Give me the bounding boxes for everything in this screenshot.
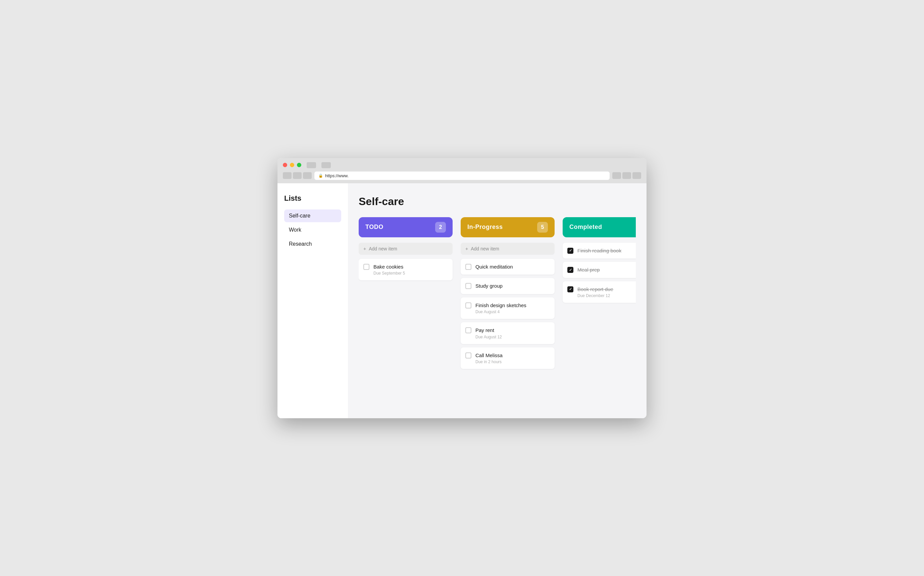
- lock-icon: 🔒: [318, 174, 323, 178]
- column-todo: TODO 2 + Add new item Bake cookies Due S…: [359, 217, 453, 373]
- column-header-inprogress: In-Progress 5: [461, 217, 555, 237]
- task-content-pay-rent: Pay rent Due August 12: [476, 327, 550, 339]
- address-bar-row: 🔒 https://www.: [283, 171, 641, 183]
- plus-icon-inprogress: +: [465, 246, 468, 251]
- task-content-finish-design: Finish design sketches Due August 4: [476, 302, 550, 315]
- task-name-meal-prep: Meal prep: [578, 267, 636, 273]
- back-button[interactable]: [283, 172, 292, 179]
- window-button-1[interactable]: [306, 162, 316, 168]
- close-button[interactable]: [283, 163, 287, 167]
- task-content-finish-reading: Finish reading book: [578, 247, 636, 254]
- task-item-meal-prep: Meal prep: [563, 262, 636, 278]
- task-due-bake-cookies: Due September 5: [373, 271, 448, 275]
- task-content-meal-prep: Meal prep: [578, 267, 636, 273]
- task-item-bake-cookies: Bake cookies Due September 5: [359, 259, 453, 281]
- plus-icon-todo: +: [363, 246, 366, 251]
- task-item-finish-design: Finish design sketches Due August 4: [461, 298, 555, 319]
- sidebar: Lists Self-care Work Research: [278, 183, 348, 418]
- column-count-todo: 2: [435, 222, 446, 233]
- checkbox-pay-rent[interactable]: [465, 327, 471, 333]
- checkbox-quick-meditation[interactable]: [465, 264, 471, 270]
- task-name-pay-rent: Pay rent: [476, 327, 550, 334]
- task-content-book-report: Book report due Due December 12: [578, 286, 636, 298]
- sidebar-item-work[interactable]: Work: [284, 224, 341, 236]
- task-name-finish-design: Finish design sketches: [476, 302, 550, 309]
- add-item-label-inprogress: Add new item: [471, 246, 499, 251]
- add-item-inprogress[interactable]: + Add new item: [461, 243, 555, 255]
- task-content-study-group: Study group: [476, 283, 550, 290]
- column-count-inprogress: 5: [537, 222, 548, 233]
- column-header-todo: TODO 2: [359, 217, 453, 237]
- column-title-inprogress: In-Progress: [468, 224, 503, 230]
- column-inprogress: In-Progress 5 + Add new item Quick medit…: [461, 217, 555, 373]
- task-item-finish-reading: Finish reading book: [563, 243, 636, 259]
- address-bar[interactable]: 🔒 https://www.: [314, 171, 610, 180]
- toolbar-btn-3[interactable]: [632, 172, 641, 179]
- column-title-todo: TODO: [365, 224, 383, 230]
- add-item-label-todo: Add new item: [369, 246, 397, 251]
- task-name-finish-reading: Finish reading book: [578, 247, 636, 254]
- url-text: https://www.: [325, 173, 349, 178]
- task-content-bake-cookies: Bake cookies Due September 5: [373, 264, 448, 276]
- task-content-quick-meditation: Quick meditation: [476, 264, 550, 270]
- maximize-button[interactable]: [297, 163, 301, 167]
- checkbox-bake-cookies[interactable]: [363, 264, 369, 270]
- sidebar-item-self-care[interactable]: Self-care: [284, 210, 341, 222]
- task-item-quick-meditation: Quick meditation: [461, 259, 555, 275]
- task-content-call-melissa: Call Melissa Due in 2 hours: [476, 352, 550, 365]
- toolbar-buttons: [612, 172, 641, 179]
- task-item-pay-rent: Pay rent Due August 12: [461, 322, 555, 344]
- column-title-completed: Completed: [570, 224, 602, 230]
- task-item-study-group: Study group: [461, 278, 555, 294]
- task-due-finish-design: Due August 4: [476, 309, 550, 314]
- task-name-quick-meditation: Quick meditation: [476, 264, 550, 270]
- checkbox-study-group[interactable]: [465, 283, 471, 289]
- toolbar-btn-1[interactable]: [612, 172, 621, 179]
- task-item-call-melissa: Call Melissa Due in 2 hours: [461, 347, 555, 369]
- checkbox-finish-reading[interactable]: [567, 248, 573, 254]
- add-item-todo[interactable]: + Add new item: [359, 243, 453, 255]
- task-name-call-melissa: Call Melissa: [476, 352, 550, 359]
- sidebar-item-research[interactable]: Research: [284, 238, 341, 250]
- task-due-call-melissa: Due in 2 hours: [476, 360, 550, 364]
- browser-controls: [283, 162, 641, 168]
- minimize-button[interactable]: [290, 163, 294, 167]
- main-area: Self-care TODO 2 + Add new item: [348, 183, 646, 418]
- app-content: Lists Self-care Work Research Self-care …: [278, 183, 646, 418]
- checkbox-finish-design[interactable]: [465, 302, 471, 309]
- task-name-bake-cookies: Bake cookies: [373, 264, 448, 270]
- page-title: Self-care: [359, 195, 636, 208]
- task-name-book-report: Book report due: [578, 286, 636, 293]
- task-item-book-report: Book report due Due December 12: [563, 281, 636, 303]
- column-completed: Completed 2 Finish reading book Meal pre…: [563, 217, 636, 373]
- forward-button[interactable]: [293, 172, 302, 179]
- checkbox-meal-prep[interactable]: [567, 267, 573, 273]
- nav-buttons: [283, 172, 312, 179]
- task-name-study-group: Study group: [476, 283, 550, 290]
- window-button-2[interactable]: [321, 162, 331, 168]
- task-due-book-report: Due December 12: [578, 293, 636, 298]
- kanban-board: TODO 2 + Add new item Bake cookies Due S…: [359, 217, 636, 378]
- checkbox-book-report[interactable]: [567, 286, 573, 292]
- task-due-pay-rent: Due August 12: [476, 334, 550, 339]
- sidebar-title: Lists: [284, 194, 341, 203]
- browser-window: 🔒 https://www. Lists Self-care Work Rese…: [278, 158, 646, 418]
- checkbox-call-melissa[interactable]: [465, 352, 471, 358]
- toolbar-btn-2[interactable]: [622, 172, 631, 179]
- browser-titlebar: 🔒 https://www.: [278, 158, 646, 183]
- reload-button[interactable]: [303, 172, 312, 179]
- column-header-completed: Completed 2: [563, 217, 636, 237]
